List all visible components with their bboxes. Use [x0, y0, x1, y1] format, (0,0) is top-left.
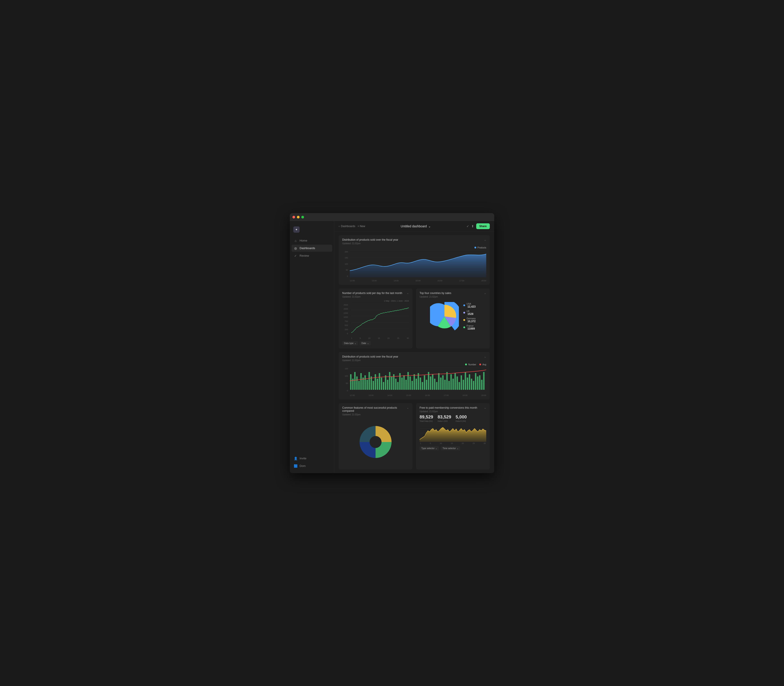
svg-rect-67 — [461, 375, 462, 390]
minimize-button[interactable] — [297, 216, 300, 219]
uk-value: 1528 — [467, 312, 473, 315]
dashboard-title[interactable]: Untitled dashboard ⌄ — [401, 224, 431, 228]
topbar: ‹ Dashboards + New Untitled dashboard ⌄ … — [334, 221, 494, 232]
time-selector-label: Time selector — [443, 447, 456, 449]
svg-rect-33 — [391, 376, 392, 390]
data-type-selector[interactable]: Data type ⌄ — [342, 341, 358, 345]
stat-data-a: 83,529 Data A (02) — [438, 415, 451, 422]
sidebar-item-dashboards[interactable]: ◎ Dashboards — [292, 245, 332, 252]
svg-rect-45 — [416, 379, 417, 390]
svg-rect-44 — [413, 374, 415, 390]
chart6-collapse-icon[interactable]: ⌄ — [484, 406, 486, 409]
charts-row-bottom: Common features of most successful produ… — [339, 403, 490, 470]
close-button[interactable] — [292, 216, 295, 219]
svg-rect-18 — [361, 373, 362, 390]
logo-icon: ✦ — [293, 227, 300, 233]
chart6-stats: 89,529 Total Data (01) 83,529 Data A (02… — [420, 415, 486, 422]
svg-rect-15 — [354, 372, 356, 390]
chart2-selectors: Data type ⌄ Date ⌄ — [342, 341, 409, 345]
svg-rect-39 — [403, 375, 405, 390]
chart5-collapse-icon[interactable]: ⌄ — [407, 406, 409, 409]
check-icon[interactable]: ✓ — [466, 224, 469, 228]
sidebar-bottom: 👤 Invite 🟦 Dom — [290, 455, 334, 470]
chart3-collapse-icon[interactable]: ⌄ — [484, 292, 486, 295]
type-selector-label: Type selector — [421, 447, 434, 449]
svg-rect-20 — [364, 375, 366, 390]
chart3-title: Top four countries by sales — [420, 292, 451, 295]
chart1-collapse-icon[interactable]: ⌄ — [484, 238, 486, 241]
germany-dot — [463, 319, 465, 321]
svg-rect-76 — [479, 375, 480, 390]
sidebar-item-invite[interactable]: 👤 Invite — [292, 455, 332, 462]
chart4-collapse-icon[interactable]: ⌄ — [484, 355, 486, 358]
svg-rect-37 — [399, 373, 401, 390]
svg-rect-74 — [475, 373, 476, 390]
svg-rect-58 — [442, 375, 444, 390]
type-selector-button[interactable]: Type selector ⌄ — [420, 446, 439, 451]
sidebar: ✦ ⌂ Home ◎ Dashboards ✓ Review 👤 — [290, 221, 334, 473]
svg-rect-13 — [350, 374, 351, 390]
chart1-x-axis: 12:00 13:00 14:00 15:00 16:00 17:00 18:0… — [350, 279, 486, 282]
sidebar-item-home[interactable]: ⌂ Home — [292, 237, 332, 244]
charts-row-2: Number of products sold per day for the … — [339, 288, 490, 348]
dom-icon: 🟦 — [294, 464, 297, 468]
share-icon[interactable]: ⬆ — [471, 224, 474, 228]
topbar-left: ‹ Dashboards + New — [339, 225, 365, 228]
chart2-area: 2500 2000 1500 1000 750 500 250 0 — [342, 304, 409, 339]
svg-rect-41 — [407, 372, 409, 390]
svg-rect-25 — [375, 374, 376, 390]
svg-rect-21 — [366, 380, 368, 390]
chart-products-per-day: Number of products sold per day for the … — [339, 288, 412, 348]
back-label: Dashboards — [341, 225, 355, 228]
chart5-pie-container — [342, 418, 409, 466]
france-dot — [463, 327, 465, 328]
chart2-collapse-icon[interactable]: ⌄ — [407, 292, 409, 295]
titlebar — [290, 213, 494, 221]
new-button[interactable]: + New — [358, 225, 365, 228]
home-icon: ⌂ — [294, 239, 297, 242]
share-button[interactable]: Share — [476, 223, 490, 229]
time-selector-button[interactable]: Time selector ⌄ — [441, 446, 460, 451]
svg-rect-73 — [473, 381, 474, 390]
main-content: ‹ Dashboards + New Untitled dashboard ⌄ … — [334, 221, 494, 473]
chart5-header: Common features of most successful produ… — [342, 406, 409, 412]
chart4-avg-dot — [479, 364, 481, 365]
date-chevron-icon: ⌄ — [367, 342, 369, 345]
chart-distribution-1: Distribution of products sold over the f… — [339, 235, 490, 285]
chart3-legend: USA 12,423 UK 1528 — [463, 303, 475, 330]
sidebar-nav: ⌂ Home ◎ Dashboards ✓ Review — [290, 237, 334, 259]
chart3-pie-container: USA 12,423 UK 1528 — [420, 300, 486, 333]
svg-rect-31 — [387, 380, 388, 390]
chart5-pie-svg — [356, 422, 395, 462]
back-button[interactable]: ‹ Dashboards — [339, 225, 355, 228]
svg-rect-47 — [420, 377, 421, 390]
chart6-area — [420, 424, 486, 442]
sidebar-item-dom[interactable]: 🟦 Dom — [292, 462, 332, 470]
svg-rect-60 — [446, 372, 448, 390]
chart-membership: Free to paid membership conversions this… — [416, 403, 490, 470]
svg-rect-36 — [397, 382, 399, 390]
svg-rect-49 — [424, 375, 425, 390]
chart3-updated: Updated: 21:02pm — [420, 296, 486, 298]
chart6-selectors: Type selector ⌄ Time selector ⌄ — [420, 446, 486, 451]
usa-value: 12,423 — [467, 305, 475, 308]
date-selector[interactable]: Date ⌄ — [360, 341, 371, 345]
svg-rect-16 — [356, 376, 358, 390]
chevron-down-icon: ⌄ — [428, 224, 431, 228]
maximize-button[interactable] — [301, 216, 304, 219]
chart6-title: Free to paid membership conversions this… — [420, 406, 477, 409]
svg-rect-35 — [395, 379, 397, 390]
stat-total-value: 89,529 — [420, 415, 433, 420]
chart4-x-axis: 12:00 13:00 14:00 15:00 16:00 17:00 18:0… — [350, 394, 486, 397]
svg-rect-22 — [368, 372, 370, 390]
svg-rect-17 — [358, 381, 359, 390]
chart4-title: Distribution of products sold over the f… — [342, 355, 398, 358]
chart2-updated: Updated: 21:02pm — [342, 296, 409, 298]
stat-data-b: 5,000 Data B (03) — [456, 415, 467, 422]
chart1-svg-area — [350, 251, 486, 277]
sidebar-item-review[interactable]: ✓ Review — [292, 252, 332, 259]
dashboard-title-text: Untitled dashboard — [401, 224, 427, 228]
chart4-area: 150 100 50 0 — [342, 368, 486, 397]
chart3-legend-usa: USA 12,423 — [463, 303, 475, 308]
svg-rect-54 — [434, 379, 435, 390]
